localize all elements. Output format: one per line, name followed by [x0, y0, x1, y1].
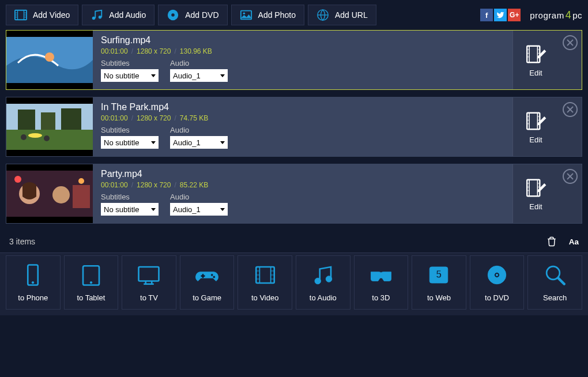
file-meta: 00:01:00/1280 x 720/85.22 KB: [101, 181, 504, 189]
output-audio-button[interactable]: to Audio: [296, 255, 350, 310]
svg-rect-52: [73, 185, 90, 208]
svg-rect-34: [61, 108, 81, 130]
twitter-button[interactable]: [494, 9, 507, 21]
file-meta: 00:01:00/1280 x 720/130.96 KB: [101, 47, 504, 55]
svg-point-9: [92, 17, 96, 20]
trash-icon[interactable]: [546, 236, 557, 247]
add-dvd-button[interactable]: Add DVD: [158, 5, 227, 25]
file-info: In The Park.mp4 00:01:00/1280 x 720/74.7…: [93, 97, 512, 156]
output-phone-button[interactable]: to Phone: [6, 255, 61, 310]
file-name: Surfing.mp4: [101, 35, 504, 46]
svg-rect-33: [41, 112, 55, 130]
file-name: In The Park.mp4: [101, 102, 504, 112]
add-photo-label: Add Photo: [258, 10, 296, 20]
file-meta: 00:01:00/1280 x 720/74.75 KB: [101, 114, 504, 122]
output-game-button[interactable]: to Game: [180, 255, 235, 310]
file-row[interactable]: In The Park.mp4 00:01:00/1280 x 720/74.7…: [6, 97, 582, 157]
svg-text:5: 5: [436, 269, 442, 280]
add-url-button[interactable]: Add URL: [308, 5, 376, 25]
output-dvd-button[interactable]: to DVD: [470, 255, 525, 310]
svg-point-51: [52, 186, 70, 203]
svg-rect-31: [6, 130, 93, 150]
remove-button[interactable]: [563, 169, 578, 184]
output-label: to Audio: [310, 293, 337, 302]
close-col: [559, 97, 582, 156]
file-row[interactable]: Surfing.mp4 00:01:00/1280 x 720/130.96 K…: [6, 30, 582, 90]
add-audio-button[interactable]: Add Audio: [82, 5, 154, 25]
globe-icon: [316, 9, 329, 21]
file-info: Surfing.mp4 00:01:00/1280 x 720/130.96 K…: [93, 31, 512, 89]
dvd-icon: [484, 263, 510, 289]
tv-icon: [135, 263, 162, 289]
edit-button[interactable]: Edit: [512, 97, 559, 156]
rename-icon[interactable]: Aa: [568, 236, 579, 247]
audio-dropdown[interactable]: Audio_1: [170, 69, 228, 82]
svg-rect-71: [139, 267, 159, 281]
tablet-icon: [78, 263, 104, 289]
svg-point-12: [171, 13, 175, 17]
subtitles-dropdown[interactable]: No subtitle: [101, 203, 159, 216]
file-list: Surfing.mp4 00:01:00/1280 x 720/130.96 K…: [0, 30, 588, 224]
audio-label: Audio: [170, 126, 228, 134]
subtitles-label: Subtitles: [101, 59, 159, 67]
output-label: to 3D: [372, 293, 390, 302]
output-search-button[interactable]: Search: [527, 255, 582, 310]
game-icon: [194, 263, 220, 289]
audio-dropdown[interactable]: Audio_1: [170, 136, 228, 149]
remove-button[interactable]: [563, 35, 578, 50]
file-thumbnail: [6, 164, 93, 223]
audio-label: Audio: [170, 59, 228, 67]
svg-rect-32: [18, 110, 35, 130]
file-name: Party.mp4: [101, 169, 504, 179]
svg-point-37: [44, 135, 50, 141]
output-label: to TV: [140, 293, 158, 302]
add-photo-button[interactable]: Add Photo: [231, 5, 304, 25]
svg-line-95: [558, 278, 564, 284]
music-icon: [91, 9, 103, 21]
output-row: to Phoneto Tabletto TVto Gameto Videoto …: [0, 252, 588, 315]
output-video-button[interactable]: to Video: [238, 255, 292, 310]
close-col: [559, 31, 582, 89]
googleplus-button[interactable]: G+: [508, 9, 521, 21]
svg-text:Aa: Aa: [569, 237, 579, 246]
file-row[interactable]: Party.mp4 00:01:00/1280 x 720/85.22 KB S…: [6, 164, 582, 224]
edit-button[interactable]: Edit: [512, 164, 559, 223]
social-links: f G+: [480, 9, 521, 21]
item-count: 3 items: [9, 237, 35, 246]
audio-icon: [310, 263, 336, 289]
output-tablet-button[interactable]: to Tablet: [64, 255, 119, 310]
svg-point-36: [21, 134, 27, 140]
svg-point-14: [243, 12, 245, 14]
close-col: [559, 164, 582, 223]
output-label: to Phone: [18, 293, 48, 302]
3d-icon: [368, 263, 394, 289]
output-label: to Video: [251, 293, 278, 302]
output-tv-button[interactable]: to TV: [122, 255, 176, 310]
add-url-label: Add URL: [335, 10, 368, 20]
audio-dropdown[interactable]: Audio_1: [170, 203, 228, 216]
output-web-button[interactable]: 5to Web: [412, 255, 466, 310]
output-label: to DVD: [485, 293, 509, 302]
disc-icon: [167, 9, 179, 21]
remove-button[interactable]: [563, 102, 578, 117]
svg-point-35: [28, 133, 42, 138]
svg-point-53: [14, 176, 21, 183]
top-toolbar: Add Video Add Audio Add DVD Add Photo Ad…: [0, 0, 588, 30]
svg-point-18: [45, 52, 54, 62]
output-3d-button[interactable]: to 3D: [354, 255, 409, 310]
svg-point-10: [99, 16, 102, 18]
add-dvd-label: Add DVD: [185, 10, 218, 20]
subtitles-dropdown[interactable]: No subtitle: [101, 69, 159, 82]
brand-logo: program4pc: [530, 9, 582, 21]
subtitles-dropdown[interactable]: No subtitle: [101, 136, 159, 149]
svg-point-88: [315, 278, 321, 284]
search-icon: [542, 263, 568, 289]
file-thumbnail: [6, 31, 93, 89]
output-label: Search: [543, 293, 567, 302]
photo-icon: [240, 9, 252, 21]
add-video-button[interactable]: Add Video: [6, 5, 78, 25]
edit-button[interactable]: Edit: [512, 31, 559, 89]
facebook-button[interactable]: f: [480, 9, 493, 21]
svg-point-76: [213, 276, 215, 278]
svg-point-68: [32, 281, 35, 284]
